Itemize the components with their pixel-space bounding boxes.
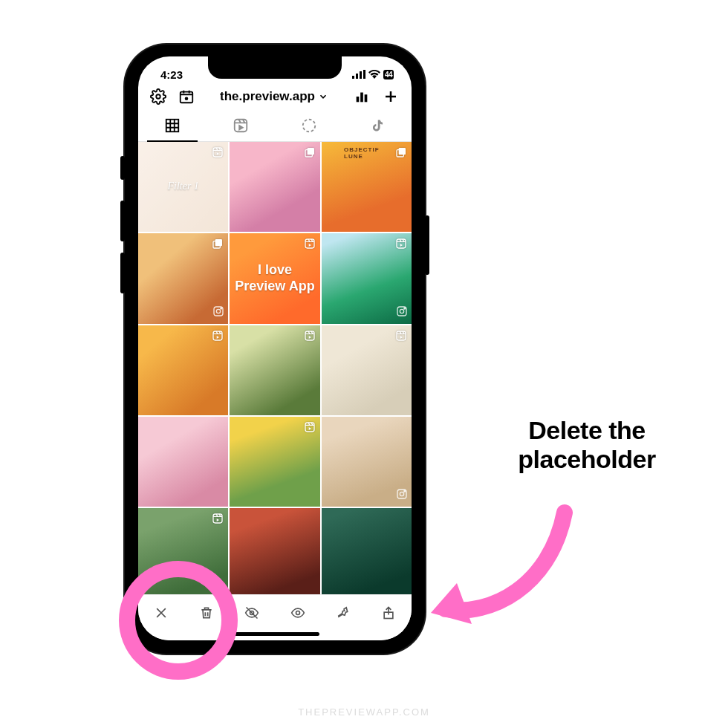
post-cell[interactable] — [322, 508, 412, 598]
phone-side-button — [120, 253, 125, 293]
tab-grid[interactable] — [138, 111, 207, 141]
battery-badge: 44 — [383, 70, 394, 79]
svg-point-22 — [221, 308, 222, 309]
svg-point-26 — [400, 309, 403, 313]
post-cell[interactable]: Filter 1 — [138, 142, 228, 232]
carousel-badge-icon — [394, 146, 408, 159]
close-icon[interactable] — [152, 603, 171, 623]
annotation-text: Delete the placeholder — [490, 416, 683, 474]
instagram-icon — [396, 305, 408, 320]
post-label: Filter 1 — [138, 142, 228, 232]
pin-icon[interactable] — [334, 603, 353, 623]
post-label: I love Preview App — [230, 233, 319, 323]
share-icon[interactable] — [379, 603, 398, 623]
phone-side-button — [120, 201, 125, 241]
delete-icon[interactable] — [197, 603, 216, 623]
svg-point-21 — [217, 309, 221, 313]
account-switcher[interactable]: the.preview.app — [220, 89, 328, 104]
top-toolbar: the.preview.app — [138, 83, 412, 111]
home-indicator — [230, 632, 319, 636]
reel-badge-icon — [211, 512, 224, 525]
post-cell[interactable] — [322, 417, 412, 507]
phone-side-button — [425, 215, 429, 275]
svg-rect-8 — [360, 93, 363, 103]
post-cell[interactable] — [230, 325, 319, 415]
status-time: 4:23 — [160, 68, 183, 81]
post-cell[interactable] — [230, 417, 319, 507]
instagram-icon — [396, 488, 408, 503]
reel-badge-icon — [394, 237, 408, 250]
post-cell[interactable] — [230, 508, 319, 598]
account-name: the.preview.app — [220, 89, 315, 104]
instagram-icon — [212, 305, 224, 320]
svg-rect-18 — [215, 239, 222, 246]
svg-rect-31 — [305, 423, 314, 432]
svg-rect-9 — [365, 94, 368, 102]
svg-rect-0 — [352, 76, 354, 79]
feed-tabs — [138, 111, 412, 142]
calendar-icon[interactable] — [178, 88, 195, 105]
signal-icon — [352, 70, 365, 79]
hide-icon[interactable] — [242, 603, 261, 623]
carousel-badge-icon — [303, 146, 316, 159]
post-cell[interactable] — [138, 325, 228, 415]
svg-point-6 — [186, 97, 188, 100]
reel-badge-icon — [211, 329, 224, 342]
post-cell[interactable] — [138, 233, 228, 323]
reel-badge-icon — [394, 329, 408, 342]
add-icon[interactable] — [382, 88, 400, 105]
svg-rect-7 — [357, 97, 360, 102]
reel-badge-icon — [303, 329, 316, 342]
svg-point-33 — [400, 493, 403, 496]
wifi-icon — [368, 70, 380, 79]
tab-reels[interactable] — [207, 111, 275, 141]
svg-rect-14 — [307, 148, 313, 155]
svg-rect-10 — [166, 120, 179, 132]
svg-rect-24 — [397, 239, 406, 248]
carousel-badge-icon — [211, 237, 224, 250]
post-cell[interactable] — [322, 142, 412, 232]
svg-rect-29 — [305, 331, 314, 340]
post-cell[interactable] — [138, 417, 228, 507]
post-cell[interactable]: I love Preview App — [230, 233, 319, 323]
svg-point-37 — [296, 611, 299, 614]
post-cell[interactable] — [138, 508, 228, 598]
annotation-arrow — [416, 498, 579, 631]
chevron-down-icon — [318, 91, 328, 102]
phone-side-button — [120, 156, 125, 180]
svg-rect-1 — [356, 74, 358, 79]
svg-point-27 — [404, 308, 406, 309]
phone-frame: 4:23 44 the.previ — [125, 45, 425, 654]
svg-point-4 — [156, 94, 160, 99]
post-cell[interactable] — [322, 325, 412, 415]
notch — [208, 56, 342, 79]
settings-icon[interactable] — [150, 88, 166, 105]
svg-rect-16 — [399, 148, 406, 155]
post-grid: Filter 1I love Preview App — [138, 142, 412, 599]
svg-rect-30 — [397, 331, 406, 340]
svg-rect-28 — [213, 331, 222, 340]
analytics-icon[interactable] — [354, 88, 370, 105]
tab-stories[interactable] — [275, 111, 343, 141]
svg-rect-2 — [360, 71, 362, 79]
tab-tiktok[interactable] — [343, 111, 412, 141]
post-cell[interactable] — [230, 142, 319, 232]
reel-badge-icon — [303, 420, 316, 434]
svg-rect-3 — [363, 70, 365, 79]
post-cell[interactable] — [322, 233, 412, 323]
svg-point-12 — [303, 120, 316, 132]
svg-rect-11 — [235, 120, 247, 132]
svg-point-34 — [404, 491, 406, 493]
svg-rect-35 — [213, 514, 222, 523]
watermark: THEPREVIEWAPP.COM — [0, 706, 728, 718]
show-icon[interactable] — [288, 603, 308, 623]
screen: 4:23 44 the.previ — [138, 56, 412, 640]
